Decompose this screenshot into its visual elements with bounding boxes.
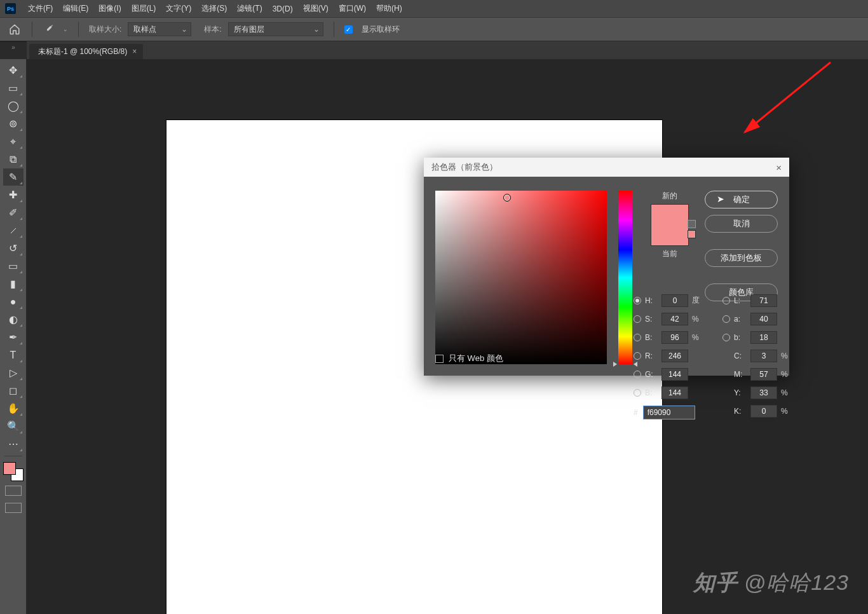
a-input[interactable] <box>750 313 777 325</box>
quick-select-tool[interactable]: ⊚ <box>3 115 24 132</box>
menu-help[interactable]: 帮助(H) <box>372 3 407 14</box>
cancel-button[interactable]: 取消 <box>705 215 778 233</box>
menu-file[interactable]: 文件(F) <box>24 3 57 14</box>
radio-g[interactable] <box>634 371 641 378</box>
b-lab-input[interactable] <box>750 331 777 344</box>
shape-tool[interactable]: ◻ <box>3 382 24 399</box>
blur-tool[interactable]: ● <box>3 293 24 310</box>
chevron-down-icon[interactable]: ⌄ <box>63 26 68 32</box>
workspace: 拾色器（前景色） × 新的 当前 <box>27 59 868 614</box>
show-ring-label: 显示取样环 <box>362 24 400 35</box>
l-input[interactable] <box>750 294 777 307</box>
tools-panel: ✥▭◯⊚⌖⧉✎✚✐⟋↺▭▮●◐✒T▷◻✋🔍⋯ <box>0 59 27 614</box>
move-tool[interactable]: ✥ <box>3 62 24 79</box>
new-color-label: 新的 <box>662 191 677 201</box>
color-picker-dialog: 拾色器（前景色） × 新的 当前 <box>424 158 789 376</box>
crop-tool[interactable]: ⌖ <box>3 133 24 150</box>
web-only-checkbox[interactable] <box>435 355 444 363</box>
hand-tool[interactable]: ✋ <box>3 400 24 417</box>
history-brush-tool[interactable]: ↺ <box>3 240 24 257</box>
menu-view[interactable]: 视图(V) <box>299 3 333 14</box>
y-input[interactable] <box>750 386 777 399</box>
radio-b[interactable] <box>634 334 641 341</box>
ok-button[interactable]: ➤ 确定 <box>705 191 778 208</box>
frame-tool[interactable]: ⧉ <box>3 151 24 168</box>
dodge-tool[interactable]: ◐ <box>3 311 24 328</box>
heal-tool[interactable]: ✚ <box>3 186 24 203</box>
pen-tool[interactable]: ✒ <box>3 329 24 346</box>
radio-b3[interactable] <box>722 334 730 341</box>
g-input[interactable] <box>661 368 688 381</box>
stamp-tool[interactable]: ⟋ <box>3 222 24 239</box>
separator <box>78 22 79 37</box>
show-ring-checkbox[interactable]: ✓ <box>344 25 353 34</box>
tab-gutter-chevron-icon[interactable]: » <box>0 41 27 59</box>
saturation-value-field[interactable] <box>435 191 607 364</box>
eyedropper-icon[interactable] <box>43 23 55 36</box>
new-color-swatch <box>651 205 688 225</box>
radio-l[interactable] <box>722 297 730 304</box>
gamut-warning-icon[interactable] <box>688 220 696 228</box>
b-rgb-input[interactable] <box>661 386 688 399</box>
dialog-titlebar[interactable]: 拾色器（前景色） × <box>424 158 789 177</box>
web-only-row: 只有 Web 颜色 <box>435 353 503 364</box>
radio-s[interactable] <box>634 315 641 323</box>
brush-tool[interactable]: ✐ <box>3 204 24 221</box>
menu-layer[interactable]: 图层(L) <box>127 3 161 14</box>
ok-button-label: 确定 <box>733 194 750 205</box>
menu-type[interactable]: 文字(Y) <box>161 3 196 14</box>
m-input[interactable] <box>750 368 777 381</box>
menu-window[interactable]: 窗口(W) <box>334 3 370 14</box>
c-input[interactable] <box>750 350 777 362</box>
screenmode-toggle[interactable] <box>5 503 22 513</box>
radio-r[interactable] <box>634 352 641 360</box>
separator <box>334 22 334 37</box>
menu-filter[interactable]: 滤镜(T) <box>233 3 266 14</box>
document-tab[interactable]: 未标题-1 @ 100%(RGB/8) × <box>29 44 143 59</box>
menu-edit[interactable]: 编辑(E) <box>58 3 93 14</box>
close-icon[interactable]: × <box>132 44 137 59</box>
watermark-brand: 知乎 <box>693 568 738 597</box>
gamut-swatch-icon[interactable] <box>688 230 696 238</box>
more-tools[interactable]: ⋯ <box>3 435 24 453</box>
watermark: 知乎 @哈哈123 <box>693 568 849 597</box>
quickmask-toggle[interactable] <box>5 486 22 496</box>
sample-label: 样本: <box>204 24 221 35</box>
hex-input[interactable] <box>643 406 695 420</box>
r-input[interactable] <box>661 350 688 362</box>
zoom-tool[interactable]: 🔍 <box>3 418 24 435</box>
k-input[interactable] <box>750 405 777 418</box>
gradient-tool[interactable]: ▮ <box>3 275 24 292</box>
b-hsb-input[interactable] <box>661 331 688 344</box>
home-icon[interactable] <box>8 22 22 36</box>
current-color-swatch[interactable] <box>651 225 688 245</box>
close-icon[interactable]: × <box>776 162 782 173</box>
menu-image[interactable]: 图像(I) <box>94 3 125 14</box>
path-select-tool[interactable]: ▷ <box>3 364 24 381</box>
fg-bg-swatch[interactable] <box>6 463 21 479</box>
h-input[interactable] <box>661 294 688 307</box>
sample-size-label: 取样大小: <box>89 24 121 35</box>
radio-b2[interactable] <box>634 389 641 397</box>
hue-slider[interactable] <box>618 191 632 364</box>
add-swatch-button[interactable]: 添加到色板 <box>705 249 778 267</box>
type-tool[interactable]: T <box>3 346 24 364</box>
hex-label: # <box>634 408 638 417</box>
menu-select[interactable]: 选择(S) <box>197 3 231 14</box>
radio-h[interactable] <box>634 297 641 304</box>
sample-size-select[interactable]: 取样点 <box>128 22 191 36</box>
sample-layers-select[interactable]: 所有图层 <box>228 22 323 36</box>
radio-a[interactable] <box>722 315 730 323</box>
lasso-tool[interactable]: ◯ <box>3 97 24 114</box>
sv-cursor-icon[interactable] <box>503 194 511 201</box>
web-only-label: 只有 Web 颜色 <box>449 353 503 364</box>
watermark-user: @哈哈123 <box>744 568 849 597</box>
annotation-arrow-icon <box>722 59 837 148</box>
menu-3d[interactable]: 3D(D) <box>268 4 297 13</box>
s-input[interactable] <box>661 313 688 325</box>
marquee-tool[interactable]: ▭ <box>3 79 24 97</box>
tab-title: 未标题-1 @ 100%(RGB/8) <box>38 44 127 59</box>
eraser-tool[interactable]: ▭ <box>3 257 24 275</box>
svg-line-0 <box>745 62 831 132</box>
eyedropper-tool[interactable]: ✎ <box>3 168 24 186</box>
